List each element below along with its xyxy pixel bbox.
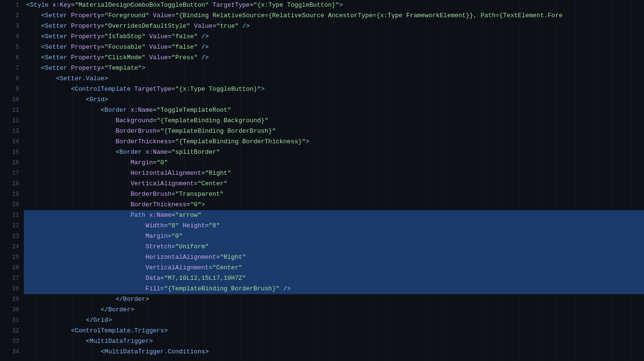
line-number: 20 — [0, 200, 24, 210]
line-number: 26 — [0, 263, 24, 273]
line-number: 13 — [0, 126, 24, 137]
line-number: 28 — [0, 284, 24, 294]
code-line: 31 </Grid> — [0, 315, 644, 326]
line-content: VerticalAlignment="Center" — [24, 179, 644, 189]
line-number: 23 — [0, 231, 24, 242]
line-number: 5 — [0, 42, 24, 53]
code-line: 21 Path x:Name="arrow" — [0, 210, 644, 221]
code-area: 1<Style x:Key="MaterialDesignComboBoxTog… — [0, 0, 644, 361]
line-number: 22 — [0, 221, 24, 231]
code-line: 13 BorderBrush="{TemplateBinding BorderB… — [0, 126, 644, 137]
code-line: 33 <MultiDataTrigger> — [0, 336, 644, 347]
line-content: Width="8" Height="8" — [24, 221, 644, 231]
line-number: 12 — [0, 116, 24, 126]
line-number: 15 — [0, 147, 24, 158]
line-number: 33 — [0, 336, 24, 347]
line-content: <Setter Property="IsTabStop" Value="fals… — [24, 32, 644, 42]
line-content: <Style x:Key="MaterialDesignComboBoxTogg… — [24, 0, 644, 11]
code-line: 24 Stretch="Uniform" — [0, 242, 644, 252]
line-number: 32 — [0, 326, 24, 336]
code-line: 30 </Border> — [0, 305, 644, 315]
line-number: 17 — [0, 168, 24, 179]
line-content: Stretch="Uniform" — [24, 242, 644, 252]
line-content: <MultiDataTrigger> — [24, 336, 644, 347]
code-line: 29 </Border> — [0, 294, 644, 305]
line-content: Fill="{TemplateBinding BorderBrush}" /> — [24, 284, 644, 294]
code-line: 9 <ControlTemplate TargetType="{x:Type T… — [0, 84, 644, 95]
code-line: 11 <Border x:Name="ToggleTemplateRoot" — [0, 105, 644, 116]
code-line: 6 <Setter Property="ClickMode" Value="Pr… — [0, 53, 644, 63]
line-content: <Setter.Value> — [24, 74, 644, 84]
code-editor: 1<Style x:Key="MaterialDesignComboBoxTog… — [0, 0, 644, 361]
line-number: 30 — [0, 305, 24, 315]
line-content: <Setter Property="Foreground" Value="{Bi… — [24, 11, 644, 21]
code-line: 17 HorizontalAlignment="Right" — [0, 168, 644, 179]
code-line: 1<Style x:Key="MaterialDesignComboBoxTog… — [0, 0, 644, 11]
line-content: BorderThickness="0"> — [24, 200, 644, 210]
line-content: HorizontalAlignment="Right" — [24, 252, 644, 263]
code-line: 3 <Setter Property="OverridesDefaultStyl… — [0, 21, 644, 32]
line-content: <Border x:Name="ToggleTemplateRoot" — [24, 105, 644, 116]
code-line: 18 VerticalAlignment="Center" — [0, 179, 644, 189]
line-number: 25 — [0, 252, 24, 263]
line-number: 31 — [0, 315, 24, 326]
line-content: Background="{TemplateBinding Background}… — [24, 116, 644, 126]
code-line: 28 Fill="{TemplateBinding BorderBrush}" … — [0, 284, 644, 294]
line-number: 8 — [0, 74, 24, 84]
code-line: 34 <MultiDataTrigger.Conditions> — [0, 347, 644, 357]
code-line: 12 Background="{TemplateBinding Backgrou… — [0, 116, 644, 126]
line-content: Path x:Name="arrow" — [24, 210, 644, 221]
line-content: <Setter Property="Template"> — [24, 63, 644, 74]
code-line: 7 <Setter Property="Template"> — [0, 63, 644, 74]
code-line: 10 <Grid> — [0, 95, 644, 105]
line-content: <MultiDataTrigger.Conditions> — [24, 347, 644, 357]
line-content: Margin="0" — [24, 231, 644, 242]
line-number: 3 — [0, 21, 24, 32]
code-line: 25 HorizontalAlignment="Right" — [0, 252, 644, 263]
line-number: 2 — [0, 11, 24, 21]
code-line: 19 BorderBrush="Transparent" — [0, 189, 644, 200]
line-content: HorizontalAlignment="Right" — [24, 168, 644, 179]
line-content: BorderThickness="{TemplateBinding Border… — [24, 137, 644, 147]
code-line: 15 <Border x:Name="splitBorder" — [0, 147, 644, 158]
code-line: 4 <Setter Property="IsTabStop" Value="fa… — [0, 32, 644, 42]
line-content: VerticalAlignment="Center" — [24, 263, 644, 273]
line-content: Margin="0" — [24, 158, 644, 168]
line-content: BorderBrush="Transparent" — [24, 189, 644, 200]
line-content: <ControlTemplate.Triggers> — [24, 326, 644, 336]
line-number: 4 — [0, 32, 24, 42]
code-line: 5 <Setter Property="Focusable" Value="fa… — [0, 42, 644, 53]
line-content: BorderBrush="{TemplateBinding BorderBrus… — [24, 126, 644, 137]
line-number: 34 — [0, 347, 24, 357]
line-content: </Border> — [24, 305, 644, 315]
line-number: 1 — [0, 0, 24, 11]
code-line: 23 Margin="0" — [0, 231, 644, 242]
line-number: 6 — [0, 53, 24, 63]
line-number: 16 — [0, 158, 24, 168]
line-number: 29 — [0, 294, 24, 305]
line-number: 24 — [0, 242, 24, 252]
line-content: <Setter Property="Focusable" Value="fals… — [24, 42, 644, 53]
line-content: <Grid> — [24, 95, 644, 105]
line-content: Data="M7,10L12,15L17,10H7Z" — [24, 273, 644, 284]
line-content: </Grid> — [24, 315, 644, 326]
code-line: 8 <Setter.Value> — [0, 74, 644, 84]
code-line: 26 VerticalAlignment="Center" — [0, 263, 644, 273]
code-line: 32 <ControlTemplate.Triggers> — [0, 326, 644, 336]
line-number: 11 — [0, 105, 24, 116]
line-number: 10 — [0, 95, 24, 105]
line-number: 14 — [0, 137, 24, 147]
line-number: 27 — [0, 273, 24, 284]
line-content: </Border> — [24, 294, 644, 305]
line-number: 7 — [0, 63, 24, 74]
line-number: 21 — [0, 210, 24, 221]
line-content: <Setter Property="ClickMode" Value="Pres… — [24, 53, 644, 63]
code-line: 22 Width="8" Height="8" — [0, 221, 644, 231]
code-line: 27 Data="M7,10L12,15L17,10H7Z" — [0, 273, 644, 284]
line-content: <Setter Property="OverridesDefaultStyle"… — [24, 21, 644, 32]
line-content: <Border x:Name="splitBorder" — [24, 147, 644, 158]
code-line: 14 BorderThickness="{TemplateBinding Bor… — [0, 137, 644, 147]
code-line: 20 BorderThickness="0"> — [0, 200, 644, 210]
line-number: 19 — [0, 189, 24, 200]
code-line: 2 <Setter Property="Foreground" Value="{… — [0, 11, 644, 21]
